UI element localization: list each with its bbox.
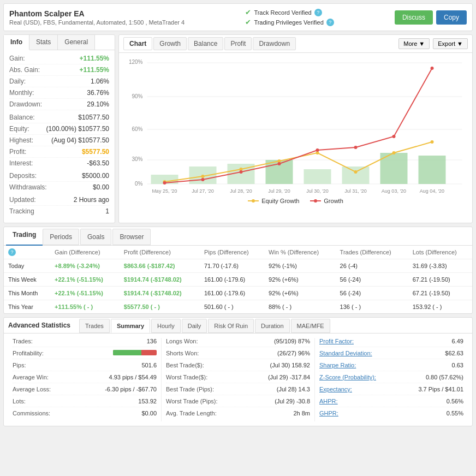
row-today-profit: $863.66 (-$187.42) [120,259,200,273]
info-row-updated: Updated: 2 Hours ago [9,196,109,206]
adv-row-commissions: Commissions: $0.00 [13,410,157,419]
row-today-win: 92% (-1%) [264,259,336,273]
tab-goals[interactable]: Goals [80,229,111,245]
chart-svg: 120% 90% 60% 30% 0% [123,57,468,194]
adv-ghpr-value: 0.55% [447,410,463,416]
svg-text:Aug 04, '20: Aug 04, '20 [420,188,444,194]
row-today-pips: 71.70 (-17.6) [200,259,264,273]
chart-area: 120% 90% 60% 30% 0% [119,53,472,211]
th-profit: Profit (Difference) [120,246,200,259]
info-row-profit: Profit: $5577.50 [9,148,109,158]
adv-std-deviation-label[interactable]: Standard Deviation: [319,350,372,356]
chart-tab-chart[interactable]: Chart [123,37,152,50]
chart-panel: Chart Growth Balance Profit Drawdown Mor… [118,34,473,223]
chart-tab-drawdown[interactable]: Drawdown [253,37,296,50]
tab-trading[interactable]: Trading [6,227,43,246]
adv-sharpe-label[interactable]: Sharpe Ratio: [319,362,356,368]
adv-row-pips: Pips: 501.6 [13,362,157,371]
adv-tab-risk[interactable]: Risk Of Ruin [208,319,254,333]
copy-button[interactable]: Copy [436,10,467,25]
row-today-gain: +8.89% (-3.24%) [50,259,120,273]
row-year-pips: 501.60 ( - ) [200,300,264,314]
info-icon-table[interactable]: ? [8,248,16,256]
adv-avg-loss-value: -6.30 pips / -$67.70 [105,386,157,392]
tab-browser[interactable]: Browser [112,229,151,245]
trading-table-header: ? Gain (Difference) Profit (Difference) … [4,246,472,259]
svg-point-27 [201,178,205,181]
svg-point-45 [314,199,317,203]
tab-stats[interactable]: Stats [29,35,58,50]
row-month-gain: +22.1% (-51.15%) [50,287,120,300]
adv-zscore-value: 0.80 (57.62%) [426,374,463,380]
adv-row-profit-factor: Profit Factor: 6.49 [319,338,463,347]
adv-tab-hourly[interactable]: Hourly [151,319,181,333]
table-row: This Year +111.55% ( - ) $5577.50 ( - ) … [4,300,472,314]
trading-tabs: Trading Periods Goals Browser [4,227,472,246]
adv-title: Advanced Statistics [8,318,75,333]
adv-tab-trades[interactable]: Trades [79,319,110,333]
adv-profit-factor-value: 6.49 [452,338,463,344]
updated-label: Updated: [9,196,36,204]
adv-row-sharpe: Sharpe Ratio: 0.63 [319,362,463,371]
info-row-balance: Balance: $10577.50 [9,114,109,123]
adv-longs-won-value: (95/109) 87% [274,338,310,344]
chart-tab-balance[interactable]: Balance [188,37,223,50]
adv-row-best-trade-dollar: Best Trade($): (Jul 30) 158.92 [166,362,310,371]
balance-label: Balance: [9,114,35,121]
row-today-trades: 26 (-4) [336,259,408,273]
info-icon-2[interactable]: ? [326,19,334,26]
adv-tab-summary[interactable]: Summary [111,319,150,333]
row-week-pips: 161.00 (-179.6) [200,273,264,287]
tab-general[interactable]: General [58,35,95,50]
adv-ahpr-value: 0.56% [447,398,463,404]
table-row: This Month +22.1% (-51.15%) $1914.74 (-$… [4,287,472,300]
adv-tab-daily[interactable]: Daily [182,319,207,333]
highest-value: (Aug 04) $10577.50 [51,136,109,144]
adv-avg-trade-length-value: 2h 8m [293,410,310,416]
row-month-profit: $1914.74 (-$1748.02) [120,287,200,300]
chart-tab-profit[interactable]: Profit [224,37,252,50]
legend-equity: Equity Growth [248,198,299,204]
gain-label: Gain: [9,55,25,62]
row-month-pips: 161.00 (-179.6) [200,287,264,300]
svg-text:May 25, '20: May 25, '20 [152,188,177,194]
discuss-button[interactable]: Discuss [395,10,433,25]
adv-tab-duration[interactable]: Duration [255,319,290,333]
more-button[interactable]: More ▼ [398,38,430,49]
adv-col-1: Trades: 136 Profitability: Pips: 501.6 [8,338,162,421]
tab-info[interactable]: Info [4,35,29,50]
row-week-win: 92% (+6%) [264,273,336,287]
adv-worst-trade-pips-label: Worst Trade (Pips): [166,398,218,404]
svg-point-26 [163,181,166,185]
info-icon-1[interactable]: ? [314,9,322,16]
svg-point-24 [392,151,396,154]
daily-label: Daily: [9,78,26,85]
export-button[interactable]: Export ▼ [433,38,468,49]
verified-track-record: ✔ Track Record Verified ? [245,8,334,16]
chart-header: Chart Growth Balance Profit Drawdown Mor… [119,35,472,53]
info-panel: Info Stats General Gain: +111.55% Abs. G… [3,34,115,223]
gain-value: +111.55% [80,55,109,62]
adv-col-2: Longs Won: (95/109) 87% Shorts Won: (26/… [162,338,315,421]
svg-text:90%: 90% [132,93,142,99]
adv-tab-mae[interactable]: MAE/MFE [291,319,330,333]
adv-row-std-deviation: Standard Deviation: $62.63 [319,350,463,359]
adv-expectancy-label[interactable]: Expectancy: [319,386,352,392]
svg-text:Jul 28, '20: Jul 28, '20 [230,188,252,194]
info-row-tracking: Tracking 1 [9,207,109,217]
adv-worst-trade-dollar-label: Worst Trade($): [166,374,207,380]
legend-growth-icon [310,199,321,203]
adv-ghpr-label[interactable]: GHPR: [319,410,338,416]
row-year-lots: 153.92 ( - ) [408,300,472,314]
daily-value: 1.06% [91,78,109,85]
adv-zscore-label[interactable]: Z-Score (Probability): [319,374,376,380]
drawdown-value: 29.10% [87,100,109,108]
tab-periods[interactable]: Periods [43,229,79,245]
adv-ahpr-label[interactable]: AHPR: [319,398,338,404]
info-row-daily: Daily: 1.06% [9,78,109,87]
adv-row-zscore: Z-Score (Probability): 0.80 (57.62%) [319,374,463,383]
adv-profit-factor-label[interactable]: Profit Factor: [319,338,354,344]
row-today-lots: 31.69 (-3.83) [408,259,472,273]
chart-tabs: Chart Growth Balance Profit Drawdown [123,37,297,50]
chart-tab-growth[interactable]: Growth [153,37,187,50]
